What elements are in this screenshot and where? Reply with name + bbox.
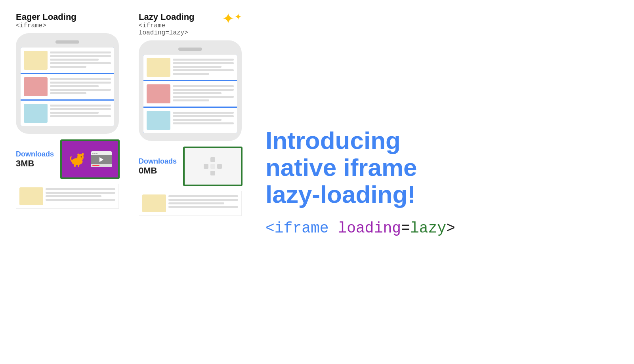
line — [50, 89, 111, 91]
line — [173, 85, 234, 87]
line — [173, 119, 222, 121]
eager-iframe-preview — [60, 139, 120, 179]
eager-download-size: 3MB — [16, 158, 34, 169]
spinner-cell — [210, 164, 215, 169]
lazy-card2-thumb — [147, 84, 170, 103]
spinner-cell — [210, 171, 215, 175]
card2-thumb — [24, 77, 48, 96]
lazy-card3-thumb — [147, 111, 170, 130]
lazy-below-phone — [139, 189, 242, 216]
phone-notch-lazy — [178, 48, 202, 51]
code-close: > — [446, 220, 455, 237]
lazy-below-card — [139, 191, 242, 216]
below-card-lines-eager — [46, 187, 115, 201]
lazy-card-2 — [143, 81, 237, 107]
lazy-loading-column: Lazy Loading <iframe loading=lazy> ✦✦ — [139, 12, 242, 216]
svg-rect-6 — [74, 164, 76, 167]
lazy-card-1 — [143, 55, 237, 80]
lazy-card1-thumb — [147, 58, 170, 77]
line — [46, 192, 115, 194]
line — [50, 66, 86, 68]
svg-point-4 — [81, 156, 82, 158]
line — [46, 188, 115, 190]
lazy-code: <iframe loading=lazy> — [139, 22, 218, 36]
eager-phone-screen — [21, 48, 114, 126]
main-container: Eager Loading <iframe> — [0, 0, 634, 364]
eager-loading-column: Eager Loading <iframe> — [16, 12, 119, 209]
eager-iframe-inner — [68, 149, 112, 169]
spinner-cell — [210, 157, 215, 162]
card2-lines — [50, 77, 111, 94]
line — [168, 195, 238, 197]
eager-below-card — [16, 184, 119, 209]
line — [50, 59, 99, 61]
line — [168, 199, 238, 201]
card3-lines — [50, 104, 111, 117]
line — [173, 96, 234, 98]
eager-phone — [16, 33, 119, 134]
lazy-card-3 — [143, 108, 237, 133]
lazy-downloads-label: Downloads — [139, 157, 177, 166]
line — [173, 73, 209, 75]
phone-notch-eager — [55, 40, 79, 44]
eager-header: Eager Loading <iframe> — [16, 12, 119, 29]
eager-card-1 — [21, 48, 114, 73]
lazy-download-size: 0MB — [139, 166, 157, 176]
video-progress — [92, 165, 99, 166]
line — [173, 89, 234, 91]
intro-code: <iframe loading=lazy> — [265, 220, 618, 237]
lazy-card3-lines — [173, 111, 234, 124]
line — [168, 206, 238, 208]
lazy-card2-lines — [173, 84, 234, 101]
svg-point-5 — [82, 158, 84, 159]
line — [50, 82, 111, 84]
lazy-card1-lines — [173, 58, 234, 75]
line — [168, 202, 224, 204]
eager-code: <iframe> — [16, 22, 119, 29]
line — [50, 51, 111, 53]
below-card-thumb-lazy — [142, 194, 166, 212]
line — [50, 115, 111, 117]
code-lazy: lazy — [410, 220, 446, 237]
intro-title: Introducingnative iframelazy-loading! — [265, 127, 618, 208]
line — [173, 99, 209, 101]
dog-icon — [68, 149, 88, 169]
eager-downloads-label: Downloads — [16, 150, 54, 158]
play-icon — [99, 157, 103, 162]
line — [173, 69, 234, 71]
lazy-phone-screen — [143, 55, 237, 133]
line — [173, 66, 222, 68]
line — [50, 92, 86, 94]
video-player-icon — [91, 151, 112, 167]
code-iframe: <iframe — [265, 220, 338, 237]
lazy-header-text: Lazy Loading <iframe loading=lazy> — [139, 12, 218, 36]
lazy-download-info: Downloads 0MB — [139, 157, 177, 176]
line — [173, 62, 234, 64]
video-screen — [91, 155, 112, 164]
video-toolbar — [91, 151, 112, 155]
line — [50, 78, 111, 80]
line — [173, 115, 234, 117]
line — [173, 122, 234, 124]
eager-title: Eager Loading — [16, 12, 119, 22]
eager-download-info: Downloads 3MB — [16, 150, 54, 169]
lazy-iframe-placeholder — [183, 147, 243, 186]
line — [50, 108, 111, 110]
line — [46, 199, 115, 201]
card1-lines — [50, 51, 111, 68]
card1-thumb — [24, 51, 48, 70]
below-card-lines-lazy — [168, 194, 238, 208]
svg-rect-7 — [78, 164, 79, 167]
loading-spinner-icon — [204, 157, 222, 175]
lazy-phone — [139, 40, 242, 141]
eager-below-phone — [16, 181, 119, 209]
line — [50, 105, 111, 107]
eager-card-3 — [21, 101, 114, 126]
spinner-cell — [204, 164, 208, 169]
line — [50, 55, 111, 57]
dot1 — [92, 153, 94, 154]
line — [173, 92, 222, 94]
phones-comparison: Eager Loading <iframe> — [16, 12, 242, 352]
below-card-thumb-eager — [19, 187, 43, 205]
sparkle-icon: ✦✦ — [222, 10, 242, 27]
